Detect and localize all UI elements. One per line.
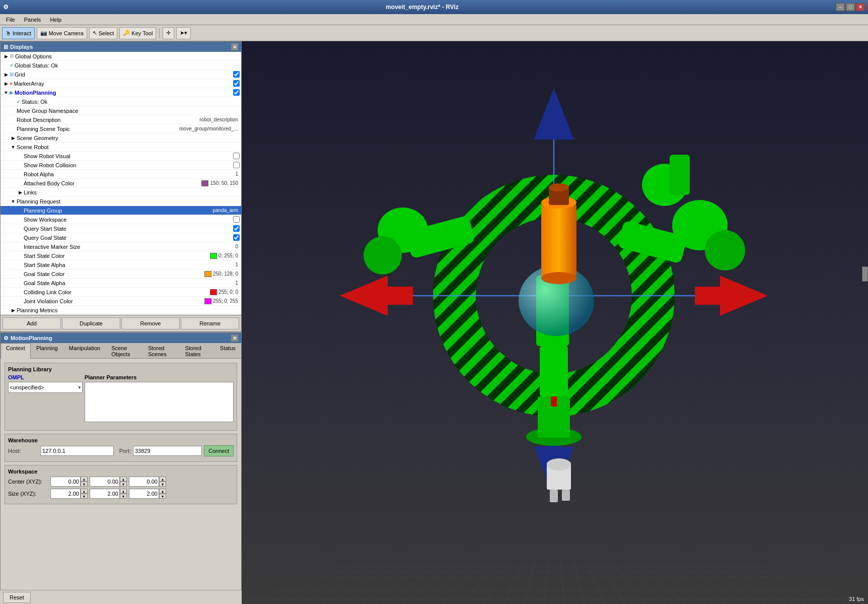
expander-marker-array[interactable]: ▶ bbox=[3, 80, 10, 87]
size-x-up[interactable]: ▲ bbox=[81, 489, 88, 494]
tree-row-planning-group[interactable]: Planning Group panda_arm bbox=[1, 206, 241, 215]
center-x-down[interactable]: ▼ bbox=[81, 482, 88, 487]
tree-row-move-group-ns[interactable]: Move Group Namespace bbox=[1, 106, 241, 115]
show-robot-collision-checkbox[interactable] bbox=[233, 162, 240, 168]
tab-manipulation[interactable]: Manipulation bbox=[63, 343, 106, 359]
tree-row-robot-alpha[interactable]: Robot Alpha 1 bbox=[1, 170, 241, 179]
tab-stored-scenes[interactable]: Stored Scenes bbox=[142, 343, 179, 359]
tree-row-links[interactable]: ▶ Links bbox=[1, 188, 241, 197]
size-x-down[interactable]: ▼ bbox=[81, 494, 88, 499]
tree-row-scene-robot[interactable]: ▼ Scene Robot bbox=[1, 143, 241, 152]
viewport[interactable]: 31 fps bbox=[242, 41, 868, 604]
query-goal-state-checkbox[interactable] bbox=[233, 234, 240, 241]
tree-row-start-state-alpha[interactable]: Start State Alpha 1 bbox=[1, 260, 241, 270]
tree-row-marker-array[interactable]: ▶ ● MarkerArray bbox=[1, 79, 241, 88]
move-camera-button[interactable]: 📷 Move Camera bbox=[37, 27, 87, 39]
interact-button[interactable]: 🖱 Interact bbox=[2, 27, 35, 39]
tree-row-motion-planning[interactable]: ▼ ▶ MotionPlanning bbox=[1, 88, 241, 97]
tab-context[interactable]: Context bbox=[1, 343, 31, 359]
viewport-scroll-handle[interactable] bbox=[862, 266, 868, 282]
center-x-up[interactable]: ▲ bbox=[81, 477, 88, 482]
tree-row-global-status[interactable]: ✓ Global Status: Ok bbox=[1, 61, 241, 70]
center-y-up[interactable]: ▲ bbox=[120, 477, 127, 482]
expander-links[interactable]: ▶ bbox=[17, 189, 24, 196]
size-z-up[interactable]: ▲ bbox=[159, 489, 166, 494]
tree-row-global-options[interactable]: ▶ ⚙ Global Options bbox=[1, 52, 241, 61]
add-marker-button[interactable]: ✛ bbox=[163, 27, 174, 39]
center-y-down[interactable]: ▼ bbox=[120, 482, 127, 487]
tree-row-goal-state-color[interactable]: Goal State Color 250; 128; 0 bbox=[1, 270, 241, 279]
duplicate-button[interactable]: Duplicate bbox=[62, 317, 120, 329]
menu-file[interactable]: File bbox=[2, 14, 19, 25]
tree-row-robot-desc[interactable]: Robot Description robot_description bbox=[1, 115, 241, 124]
tree-row-planning-request[interactable]: ▼ Planning Request bbox=[1, 197, 241, 206]
select-button[interactable]: ↖ Select bbox=[89, 27, 118, 39]
tree-row-planning-metrics[interactable]: ▶ Planning Metrics bbox=[1, 306, 241, 315]
tree-row-show-workspace[interactable]: Show Workspace bbox=[1, 215, 241, 224]
close-button[interactable]: ✕ bbox=[856, 3, 865, 11]
size-y-input[interactable] bbox=[90, 489, 120, 499]
tree-row-status-ok[interactable]: ✓ Status: Ok bbox=[1, 97, 241, 106]
tree-row-planning-scene-topic[interactable]: Planning Scene Topic move_group/monitore… bbox=[1, 124, 241, 133]
rename-button[interactable]: Rename bbox=[181, 317, 239, 329]
expander-status-ok[interactable] bbox=[10, 98, 17, 105]
window-controls[interactable]: ─ □ ✕ bbox=[836, 3, 865, 11]
expander-grid[interactable]: ▶ bbox=[3, 71, 10, 78]
size-z-input[interactable] bbox=[129, 489, 159, 499]
reset-button[interactable]: Reset bbox=[3, 592, 31, 603]
grid-checkbox[interactable] bbox=[233, 71, 240, 78]
size-y-down[interactable]: ▼ bbox=[120, 494, 127, 499]
marker-array-checkbox[interactable] bbox=[233, 80, 240, 87]
tree-row-grid[interactable]: ▶ ⊞ Grid bbox=[1, 70, 241, 79]
host-input[interactable] bbox=[40, 446, 114, 456]
menu-help[interactable]: Help bbox=[46, 14, 65, 25]
remove-button[interactable]: Remove bbox=[121, 317, 180, 329]
center-x-input[interactable] bbox=[50, 477, 81, 487]
size-y-up[interactable]: ▲ bbox=[120, 489, 127, 494]
expander-scene-geometry[interactable]: ▶ bbox=[10, 135, 17, 142]
minimize-button[interactable]: ─ bbox=[836, 3, 845, 11]
tab-status[interactable]: Status bbox=[214, 343, 241, 359]
displays-close-button[interactable]: ✕ bbox=[231, 43, 238, 50]
tree-row-show-robot-visual[interactable]: Show Robot Visual bbox=[1, 152, 241, 161]
expander-planning-request[interactable]: ▼ bbox=[10, 198, 17, 205]
tree-row-joint-violation-color[interactable]: Joint Violation Color 255; 0; 255 bbox=[1, 297, 241, 306]
tree-row-query-goal-state[interactable]: Query Goal State bbox=[1, 233, 241, 242]
port-input[interactable] bbox=[133, 446, 202, 456]
expander-scene-robot[interactable]: ▼ bbox=[10, 144, 17, 151]
connect-button[interactable]: Connect bbox=[204, 445, 234, 456]
maximize-button[interactable]: □ bbox=[846, 3, 855, 11]
tree-row-goal-state-alpha[interactable]: Goal State Alpha 1 bbox=[1, 279, 241, 288]
tab-planning[interactable]: Planning bbox=[31, 343, 63, 359]
expander-global-status[interactable] bbox=[3, 62, 10, 69]
displays-tree[interactable]: ▶ ⚙ Global Options ✓ Global Status: Ok ▶… bbox=[1, 52, 241, 315]
show-robot-visual-checkbox[interactable] bbox=[233, 153, 240, 159]
show-workspace-checkbox[interactable] bbox=[233, 216, 240, 223]
tree-row-interactive-marker-size[interactable]: Interactive Marker Size 0 bbox=[1, 242, 241, 251]
motion-panel-close-button[interactable]: ✕ bbox=[231, 334, 238, 342]
tree-row-show-robot-collision[interactable]: Show Robot Collision bbox=[1, 161, 241, 170]
expander-planning-metrics[interactable]: ▶ bbox=[10, 307, 17, 314]
key-tool-button[interactable]: 🔑 Key Tool bbox=[119, 27, 156, 39]
tree-row-attached-body-color[interactable]: Attached Body Color 150; 50; 150 bbox=[1, 179, 241, 188]
tree-row-start-state-color[interactable]: Start State Color 0; 255; 0 bbox=[1, 251, 241, 260]
expander-global-options[interactable]: ▶ bbox=[3, 53, 10, 60]
tab-stored-states[interactable]: Stored States bbox=[179, 343, 214, 359]
tab-scene-objects[interactable]: Scene Objects bbox=[106, 343, 142, 359]
tree-row-query-start-state[interactable]: Query Start State bbox=[1, 224, 241, 233]
size-z-down[interactable]: ▼ bbox=[159, 494, 166, 499]
center-z-down[interactable]: ▼ bbox=[159, 482, 166, 487]
motion-planning-checkbox[interactable] bbox=[233, 89, 240, 96]
expander-motion-planning[interactable]: ▼ bbox=[3, 89, 10, 96]
center-z-input[interactable] bbox=[129, 477, 159, 487]
menu-panels[interactable]: Panels bbox=[20, 14, 45, 25]
center-y-input[interactable] bbox=[90, 477, 120, 487]
add-button[interactable]: Add bbox=[3, 317, 61, 329]
planner-select[interactable]: <unspecified> bbox=[8, 382, 83, 393]
extra-tool-button[interactable]: ➤▾ bbox=[176, 27, 191, 39]
tree-row-scene-geometry[interactable]: ▶ Scene Geometry bbox=[1, 133, 241, 143]
size-x-input[interactable] bbox=[50, 489, 81, 499]
center-z-up[interactable]: ▲ bbox=[159, 477, 166, 482]
tree-row-colliding-link-color[interactable]: Colliding Link Color 255; 0; 0 bbox=[1, 288, 241, 297]
query-start-state-checkbox[interactable] bbox=[233, 225, 240, 232]
